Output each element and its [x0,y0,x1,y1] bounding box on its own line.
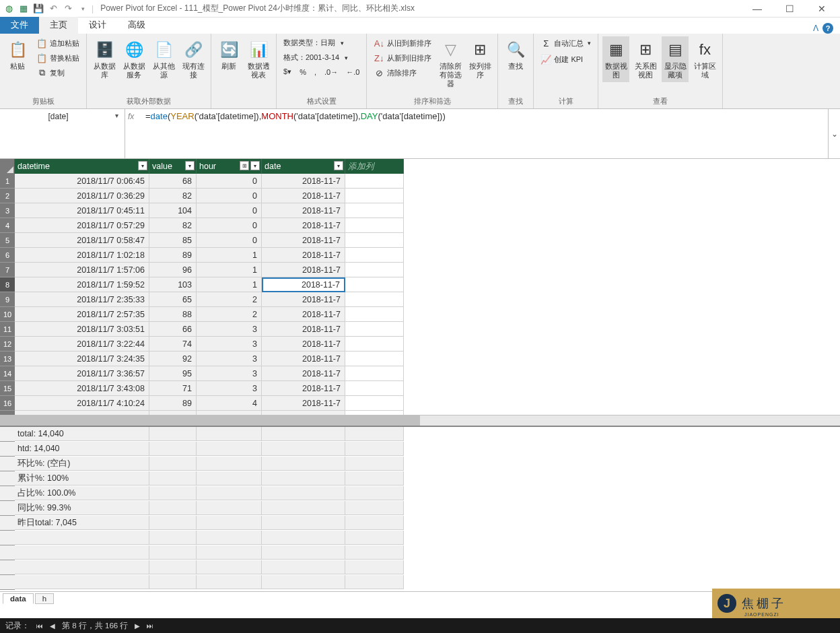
cell[interactable]: 2018-11-7 [262,248,345,263]
col-value[interactable]: value▾ [149,159,197,174]
cell[interactable]: 2 [197,292,262,307]
chevron-down-icon[interactable]: ▾ [112,112,120,119]
cell[interactable]: 2018/11/7 2:35:33 [15,292,149,307]
refresh-button[interactable]: 🔄刷新 [215,36,242,73]
cell[interactable]: 2018-11-7 [262,352,345,366]
cell[interactable]: 66 [149,322,197,337]
cell[interactable]: 2018-11-7 [262,203,345,218]
row-number[interactable]: 16 [0,396,15,411]
measure-cell[interactable] [197,471,262,486]
tab-advanced[interactable]: 高级 [117,17,156,34]
cell[interactable]: 2018-11-7 [262,396,345,411]
cell[interactable]: 2018/11/7 3:43:08 [15,381,149,396]
cell[interactable]: 0 [197,233,262,248]
sheet-tab-data[interactable]: data [3,593,34,604]
percent-button[interactable]: % [297,66,309,77]
existing-conn-button[interactable]: 🔗现有连接 [180,36,207,82]
sheet-tab-h[interactable]: h [35,593,54,604]
cell[interactable]: 92 [149,352,197,366]
measure-cell[interactable] [262,531,345,545]
tab-file[interactable]: 文件 [0,17,39,34]
decrease-decimal-button[interactable]: ←.0 [343,66,362,77]
data-view-button[interactable]: ▦数据视图 [602,36,629,82]
cell[interactable]: 2018/11/7 3:03:51 [15,322,149,337]
cell[interactable]: 96 [149,263,197,277]
cell[interactable] [345,337,404,352]
autosum-button[interactable]: Σ自动汇总▾ [538,36,594,50]
cell[interactable] [345,322,404,337]
cell[interactable]: 2018/11/7 3:22:44 [15,337,149,352]
cell[interactable]: 82 [149,189,197,203]
cell[interactable]: 2018/11/7 1:57:06 [15,263,149,277]
measure-cell[interactable] [345,427,404,441]
row-number[interactable]: 2 [0,189,15,203]
row-number[interactable]: 1 [0,174,15,189]
measure-cell[interactable] [262,457,345,471]
cell[interactable] [345,233,404,248]
data-grid[interactable]: datetime▾ value▾ hour⊞▾ date▾ 添加列 12018/… [0,159,840,426]
row-number[interactable]: 14 [0,366,15,381]
measure-cell[interactable] [197,575,262,589]
measure-cell[interactable] [345,442,404,456]
cell[interactable]: 2018/11/7 0:06:45 [15,174,149,189]
filter-icon[interactable]: ▾ [250,161,260,170]
calc-area-button[interactable]: fx计算区域 [691,36,718,82]
measure-cell[interactable] [15,575,149,589]
measure-cell[interactable]: 累计%: 100% [15,471,149,486]
row-number[interactable]: 8 [0,277,15,292]
measure-cell[interactable]: 占比%: 100.0% [15,486,149,500]
measure-cell[interactable] [149,457,197,471]
measure-cell[interactable]: 环比%: (空白) [15,457,149,471]
show-hidden-button[interactable]: ▤显示隐藏项 [662,36,689,82]
name-box[interactable]: [date] ▾ [0,109,125,158]
sort-asc-button[interactable]: A↓从旧到新排序 [371,36,434,50]
row-number[interactable]: 12 [0,337,15,352]
cell[interactable]: 3 [197,322,262,337]
copy-button[interactable]: ⧉复制 [34,66,82,79]
last-record-button[interactable]: ⏭ [147,622,153,630]
measure-cell[interactable] [149,560,197,574]
measure-cell[interactable] [345,486,404,500]
row-number[interactable]: 15 [0,381,15,396]
expand-formula-button[interactable]: ⌄ [828,109,840,159]
cell[interactable]: 82 [149,218,197,233]
pivot-button[interactable]: 📊数据透视表 [245,36,272,82]
measure-cell[interactable] [404,575,840,589]
cell[interactable]: 104 [149,203,197,218]
paste-replace-button[interactable]: 📋替换粘贴 [34,51,82,65]
comma-button[interactable]: , [312,66,319,77]
row-number[interactable]: 4 [0,218,15,233]
col-date[interactable]: date▾ [262,159,345,174]
measure-cell[interactable] [149,545,197,560]
cell[interactable]: 95 [149,366,197,381]
horizontal-scrollbar[interactable] [0,415,840,426]
currency-button[interactable]: $▾ [281,66,294,77]
related-icon[interactable]: ⊞ [240,161,249,170]
measure-cell[interactable] [262,471,345,486]
increase-decimal-button[interactable]: .0→ [322,66,341,77]
measure-cell[interactable]: htd: 14,040 [15,442,149,456]
cell[interactable]: 2018-11-7 [262,292,345,307]
cell[interactable]: 2018-11-7 [262,189,345,203]
measure-cell[interactable]: total: 14,040 [15,427,149,441]
measure-cell[interactable] [345,560,404,574]
measure-cell[interactable] [262,442,345,456]
cell[interactable]: 2018-11-7 [262,233,345,248]
select-all-corner[interactable] [0,159,15,174]
cell[interactable]: 2018-11-7 [262,307,345,322]
cell[interactable] [345,366,404,381]
col-hour[interactable]: hour⊞▾ [197,159,262,174]
measure-cell[interactable] [345,501,404,515]
cell[interactable]: 3 [197,381,262,396]
cell[interactable]: 3 [197,337,262,352]
from-database-button[interactable]: 🗄️从数据库 [91,36,118,82]
cell[interactable]: 2018/11/7 2:57:35 [15,307,149,322]
sort-by-column-button[interactable]: ⊞按列排序 [466,36,493,82]
save-icon[interactable]: 💾 [32,3,44,15]
measure-cell[interactable] [262,575,345,589]
measure-cell[interactable] [197,531,262,545]
maximize-button[interactable]: ☐ [779,2,800,15]
cell[interactable]: 2 [197,307,262,322]
cell[interactable]: 2018-11-7 [262,174,345,189]
measure-cell[interactable] [345,471,404,486]
